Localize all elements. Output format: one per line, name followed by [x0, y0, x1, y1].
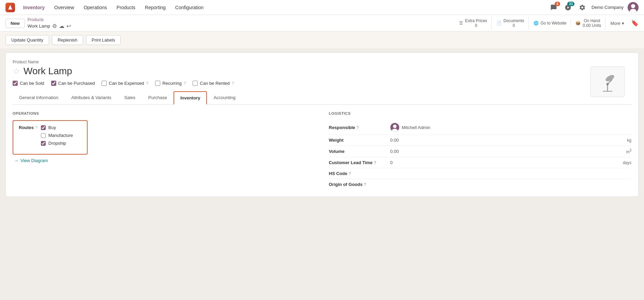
can-be-purchased-checkbox[interactable]: Can be Purchased — [51, 81, 95, 86]
can-be-purchased-label: Can be Purchased — [58, 81, 95, 86]
nav-item-reporting[interactable]: Reporting — [141, 3, 170, 12]
documents-count: 0 — [504, 23, 524, 28]
print-labels-button[interactable]: Print Labels — [86, 35, 121, 45]
extra-prices-count: 0 — [465, 23, 487, 28]
tab-purchase[interactable]: Purchase — [142, 91, 174, 105]
chevron-down-icon: ▾ — [622, 21, 624, 26]
route-dropship[interactable]: Dropship — [41, 141, 73, 146]
can-be-expensed-checkbox[interactable]: Can be Expensed ? — [102, 81, 148, 86]
can-be-rented-checkbox[interactable]: Can be Rented ? — [193, 81, 234, 86]
route-manufacture-label: Manufacture — [48, 133, 73, 138]
route-buy[interactable]: Buy — [41, 125, 73, 130]
box-icon: 📦 — [575, 21, 581, 26]
volume-input[interactable]: 0.00 — [390, 149, 399, 154]
form-content: Product Name ☆ Work Lamp Can be Sold Can… — [13, 60, 631, 190]
on-hand-button[interactable]: 📦 On Hand 0.00 Units — [571, 17, 605, 29]
can-be-sold-label: Can be Sold — [20, 81, 44, 86]
recurring-help-icon[interactable]: ? — [184, 81, 186, 86]
activity-badge: 23 — [567, 2, 574, 6]
arrow-right-icon: → — [14, 158, 18, 163]
svg-point-2 — [631, 4, 635, 8]
product-title: Work Lamp — [24, 66, 72, 77]
settings-gear-icon[interactable]: ⚙ — [52, 23, 57, 29]
routes-label: Routes — [19, 125, 34, 130]
hs-code-help-icon[interactable]: ? — [348, 171, 351, 176]
tab-inventory[interactable]: Inventory — [174, 91, 207, 105]
product-name-label: Product Name — [13, 60, 631, 64]
documents-label: Documents — [504, 18, 524, 23]
tab-attributes-variants[interactable]: Attributes & Variants — [65, 91, 118, 105]
documents-button[interactable]: 📄 Documents 0 — [492, 17, 529, 29]
favorite-star-icon[interactable]: ☆ — [13, 66, 20, 76]
tab-accounting[interactable]: Accounting — [207, 91, 242, 105]
logistics-lead-time-row: Customer Lead Time ? 0 days — [329, 157, 632, 168]
nav-item-overview[interactable]: Overview — [50, 3, 78, 12]
app-logo[interactable] — [5, 3, 15, 12]
lead-time-label: Customer Lead Time ? — [329, 160, 384, 165]
product-tabs: General Information Attributes & Variant… — [13, 91, 631, 105]
top-nav-right: 6 23 Demo Company — [549, 2, 639, 13]
tab-sales[interactable]: Sales — [118, 91, 142, 105]
nav-item-inventory[interactable]: Inventory — [19, 3, 49, 12]
origin-label: Origin of Goods ? — [329, 182, 384, 187]
operations-section: OPERATIONS Routes ? Buy — [13, 111, 315, 190]
nav-item-operations[interactable]: Operations — [79, 3, 111, 12]
globe-icon: 🌐 — [534, 21, 539, 26]
chat-badge: 6 — [555, 2, 560, 6]
extra-prices-label: Extra Prices — [465, 18, 487, 23]
extra-prices-button[interactable]: ☰ Extra Prices 0 — [455, 17, 492, 29]
can-be-sold-checkbox[interactable]: Can be Sold — [13, 81, 44, 86]
origin-help-icon[interactable]: ? — [364, 182, 366, 187]
user-avatar[interactable] — [628, 2, 639, 13]
bookmark-icon[interactable]: 🔖 — [631, 19, 639, 27]
breadcrumb-link[interactable]: Products — [28, 17, 71, 22]
logistics-section: LOGISTICS Responsible ? — [329, 111, 632, 190]
top-navigation: Inventory Overview Operations Products R… — [0, 0, 644, 15]
volume-label: Volume — [329, 149, 384, 154]
logistics-hs-code-row: HS Code ? — [329, 168, 632, 179]
nav-item-products[interactable]: Products — [113, 3, 139, 12]
settings-icon[interactable] — [577, 2, 587, 13]
undo-icon[interactable]: ↩ — [66, 23, 71, 29]
product-form: Product Name ☆ Work Lamp Can be Sold Can… — [5, 52, 639, 197]
operations-section-title: OPERATIONS — [13, 111, 315, 115]
lead-time-value: 0 — [390, 160, 616, 165]
list-icon: ☰ — [459, 21, 463, 26]
replenish-button[interactable]: Replenish — [52, 35, 83, 45]
nav-item-configuration[interactable]: Configuration — [171, 3, 208, 12]
responsible-help-icon[interactable]: ? — [356, 125, 359, 130]
route-manufacture[interactable]: Manufacture — [41, 133, 73, 138]
weight-unit: kg — [627, 138, 631, 143]
responsible-name: Mitchell Admin — [402, 125, 431, 130]
go-to-website-button[interactable]: 🌐 Go to Website — [529, 19, 571, 27]
logistics-origin-row: Origin of Goods ? — [329, 179, 632, 190]
svg-point-10 — [393, 125, 396, 128]
on-hand-label: On Hand — [583, 18, 601, 23]
weight-input[interactable]: 0.00 — [390, 138, 399, 143]
view-diagram-link[interactable]: → View Diagram — [13, 158, 315, 163]
operations-routes-box: Routes ? Buy Manufacture — [13, 120, 88, 155]
weight-label: Weight — [329, 138, 384, 143]
routes-row: Routes ? Buy Manufacture — [19, 125, 81, 146]
hs-code-label: HS Code ? — [329, 171, 384, 176]
more-button[interactable]: More ▾ — [606, 19, 628, 28]
product-image[interactable] — [590, 66, 625, 97]
routes-help-icon[interactable]: ? — [35, 125, 38, 130]
current-page-label: Work Lamp — [28, 23, 50, 29]
product-checkboxes: Can be Sold Can be Purchased Can be Expe… — [13, 81, 631, 86]
chat-notification[interactable]: 6 — [549, 2, 559, 13]
cloud-upload-icon[interactable]: ☁ — [59, 23, 64, 29]
update-quantity-button[interactable]: Update Quantity — [5, 35, 49, 45]
product-title-row: ☆ Work Lamp — [13, 66, 631, 77]
lead-time-help-icon[interactable]: ? — [374, 160, 376, 165]
new-button[interactable]: New — [5, 19, 25, 28]
doc-icon: 📄 — [496, 21, 501, 26]
lead-time-input[interactable]: 0 — [390, 160, 393, 165]
can-be-expensed-help-icon[interactable]: ? — [146, 81, 149, 86]
responsible-value[interactable]: Mitchell Admin — [390, 123, 632, 132]
activity-notification[interactable]: 23 — [563, 2, 573, 13]
can-be-rented-help-icon[interactable]: ? — [232, 81, 234, 86]
tab-general-information[interactable]: General Information — [13, 91, 65, 105]
breadcrumb-area: Products Work Lamp ⚙ ☁ ↩ — [28, 17, 71, 29]
recurring-checkbox[interactable]: Recurring ? — [155, 81, 186, 86]
